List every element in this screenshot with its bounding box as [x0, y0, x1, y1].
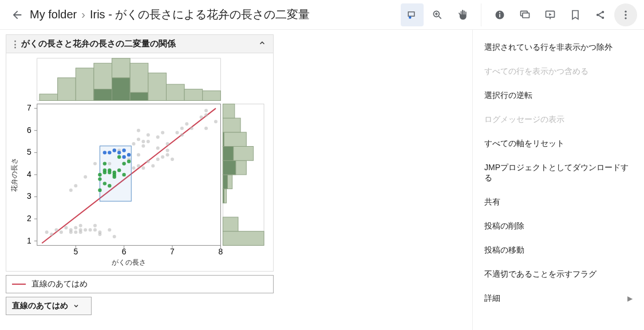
menu-item[interactable]: 詳細▶	[473, 286, 644, 311]
overflow-menu: 選択されている行を非表示かつ除外すべての行を表示かつ含める選択行の逆転ログメッセ…	[472, 30, 644, 330]
svg-rect-22	[39, 94, 58, 100]
menu-item-label: 不適切であることを示すフラグ	[484, 269, 596, 280]
svg-point-159	[117, 155, 121, 159]
svg-point-136	[175, 131, 179, 135]
bookmark-button[interactable]	[564, 3, 587, 26]
svg-point-157	[108, 171, 111, 174]
menu-item[interactable]: 投稿の削除	[473, 214, 644, 238]
svg-point-92	[93, 224, 97, 227]
breadcrumb-page[interactable]: Iris - がくの長さによる花弁の長さの二変量	[90, 7, 310, 22]
chart-area[interactable]: 56781234567がくの長さ花弁の長さ	[6, 53, 273, 271]
svg-text:7: 7	[170, 247, 175, 256]
menu-item[interactable]: すべての軸をリセット	[473, 132, 644, 156]
menu-item-label: すべての軸をリセット	[484, 139, 564, 149]
svg-point-139	[185, 122, 188, 125]
arrow-left-icon	[11, 9, 23, 21]
content-area: ⋮ がくの長さと花弁の長さの二変量の関係 56781234567がくの長さ花弁の…	[0, 30, 472, 330]
svg-rect-46	[223, 147, 233, 161]
breadcrumb-sep: ›	[81, 8, 85, 21]
svg-point-117	[161, 155, 164, 159]
svg-rect-47	[223, 132, 246, 147]
svg-point-93	[93, 228, 97, 231]
svg-point-105	[108, 162, 111, 166]
panel-header[interactable]: ⋮ がくの長さと花弁の長さの二変量の関係	[6, 35, 273, 53]
pan-tool-button[interactable]	[451, 3, 474, 26]
slideshow-icon	[544, 9, 556, 21]
svg-text:8: 8	[219, 247, 223, 256]
svg-point-144	[204, 127, 208, 130]
bookmark-icon	[570, 9, 581, 21]
svg-point-131	[156, 135, 160, 139]
drag-handle-icon[interactable]: ⋮	[11, 40, 21, 49]
svg-point-95	[98, 233, 101, 236]
svg-text:1: 1	[27, 236, 31, 245]
zoom-tool-button[interactable]	[426, 3, 449, 26]
kebab-icon	[620, 9, 631, 21]
menu-item[interactable]: 投稿の移動	[473, 238, 644, 262]
svg-point-8	[499, 11, 500, 13]
svg-point-100	[84, 175, 87, 179]
menu-item[interactable]: 共有	[473, 190, 644, 214]
comment-icon	[519, 9, 531, 21]
svg-point-91	[89, 228, 92, 231]
comment-button[interactable]	[513, 3, 536, 26]
svg-point-133	[161, 131, 164, 135]
back-button[interactable]	[7, 5, 27, 25]
bivariate-panel: ⋮ がくの長さと花弁の長さの二変量の関係 56781234567がくの長さ花弁の…	[6, 34, 274, 272]
svg-text:5: 5	[73, 247, 78, 256]
breadcrumb: My folder › Iris - がくの長さによる花弁の長さの二変量	[30, 7, 310, 22]
info-button[interactable]	[488, 3, 511, 26]
svg-point-88	[79, 224, 82, 227]
svg-point-142	[204, 113, 208, 117]
menu-item-label: 投稿の削除	[484, 221, 524, 231]
share-icon	[595, 9, 606, 21]
svg-point-127	[141, 144, 145, 148]
bivariate-chart[interactable]: 56781234567がくの長さ花弁の長さ	[9, 56, 271, 269]
menu-item[interactable]: 不適切であることを示すフラグ	[473, 262, 644, 286]
svg-point-111	[137, 164, 140, 167]
overflow-button[interactable]	[614, 3, 637, 26]
breadcrumb-root[interactable]: My folder	[30, 8, 77, 21]
svg-rect-36	[223, 231, 264, 246]
svg-point-116	[156, 158, 160, 161]
svg-point-153	[113, 175, 116, 179]
zoom-icon	[432, 9, 443, 21]
selection-icon	[407, 10, 417, 20]
menu-item[interactable]: 選択されている行を非表示かつ除外	[473, 36, 644, 60]
svg-point-20	[625, 17, 626, 19]
svg-point-130	[147, 140, 150, 143]
svg-point-99	[74, 184, 77, 187]
svg-point-134	[166, 142, 169, 146]
svg-rect-31	[148, 73, 167, 100]
svg-point-78	[45, 230, 49, 234]
svg-point-143	[204, 109, 208, 112]
present-button[interactable]	[539, 3, 562, 26]
menu-item-label: 選択行の逆転	[484, 91, 532, 101]
menu-item-label: すべての行を表示かつ含める	[484, 66, 588, 77]
svg-rect-34	[203, 91, 221, 100]
menu-item-label: 詳細	[484, 293, 500, 304]
svg-point-19	[625, 14, 626, 15]
panel-title: がくの長さと花弁の長さの二変量の関係	[21, 38, 258, 49]
svg-point-98	[69, 188, 73, 192]
svg-point-162	[127, 160, 131, 163]
svg-point-160	[122, 162, 125, 165]
collapse-button[interactable]	[258, 39, 268, 49]
fit-dropdown[interactable]: 直線のあてはめ	[6, 297, 92, 315]
svg-point-158	[113, 171, 116, 174]
svg-point-85	[74, 230, 77, 234]
svg-point-112	[137, 153, 140, 156]
selection-tool-button[interactable]	[401, 3, 424, 26]
menu-item[interactable]: JMPプロジェクトとしてダウンロードする	[473, 156, 644, 190]
svg-point-154	[117, 168, 121, 172]
svg-point-97	[113, 235, 116, 238]
svg-point-169	[122, 155, 125, 159]
svg-rect-32	[166, 84, 184, 100]
svg-point-118	[166, 153, 169, 156]
menu-item[interactable]: 選択行の逆転	[473, 84, 644, 108]
svg-rect-24	[76, 68, 94, 101]
svg-point-146	[98, 173, 101, 176]
share-button[interactable]	[589, 3, 612, 26]
chevron-right-icon: ▶	[627, 294, 633, 302]
svg-point-156	[103, 168, 106, 172]
